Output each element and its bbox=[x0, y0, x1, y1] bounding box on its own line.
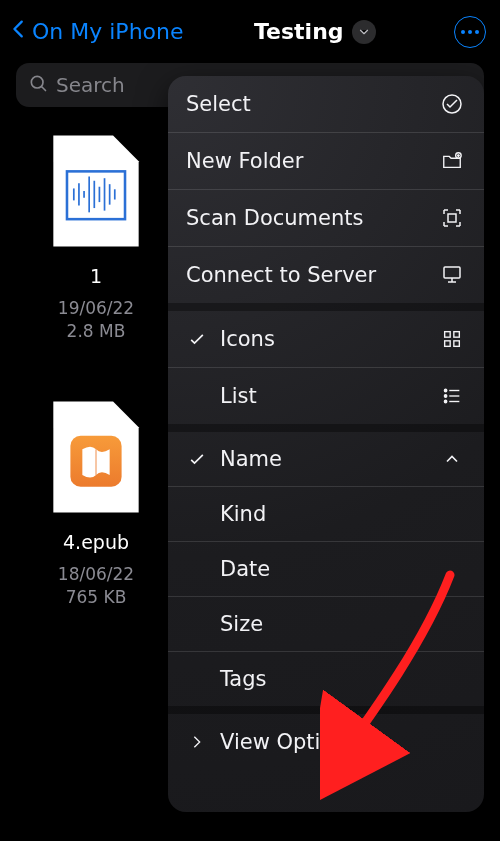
more-button[interactable] bbox=[454, 16, 486, 48]
svg-point-27 bbox=[444, 395, 446, 397]
page-title: Testing bbox=[254, 19, 344, 44]
title-chevron-button[interactable] bbox=[352, 20, 376, 44]
menu-sort-date[interactable]: Date bbox=[168, 542, 484, 597]
menu-sort-name[interactable]: Name bbox=[168, 432, 484, 487]
menu-sort-tags[interactable]: Tags bbox=[168, 652, 484, 706]
svg-rect-22 bbox=[454, 332, 460, 338]
file-name: 4.epub bbox=[63, 531, 129, 553]
back-label: On My iPhone bbox=[32, 19, 184, 44]
file-item[interactable]: 1 19/06/222.8 MB bbox=[16, 127, 176, 343]
search-icon bbox=[28, 73, 48, 98]
file-meta: 19/06/222.8 MB bbox=[58, 297, 134, 343]
file-name: 1 bbox=[90, 265, 102, 287]
menu-sort-kind[interactable]: Kind bbox=[168, 487, 484, 542]
check-icon bbox=[186, 449, 208, 469]
file-thumbnail bbox=[43, 127, 149, 255]
svg-point-29 bbox=[444, 400, 446, 402]
svg-rect-21 bbox=[445, 332, 451, 338]
check-icon bbox=[186, 329, 208, 349]
menu-scan-documents[interactable]: Scan Documents bbox=[168, 190, 484, 247]
file-thumbnail bbox=[43, 393, 149, 521]
file-item[interactable]: 4.epub 18/06/22765 KB bbox=[16, 393, 176, 609]
svg-rect-24 bbox=[454, 341, 460, 347]
grid-icon bbox=[438, 328, 466, 350]
context-menu: Select New Folder Scan Documents Connect… bbox=[168, 76, 484, 812]
menu-view-options[interactable]: View Options bbox=[168, 714, 484, 770]
select-icon bbox=[438, 92, 466, 116]
scan-icon bbox=[438, 206, 466, 230]
chevron-up-icon bbox=[438, 449, 466, 469]
chevron-right-icon bbox=[186, 734, 208, 750]
menu-select[interactable]: Select bbox=[168, 76, 484, 133]
folder-plus-icon bbox=[438, 150, 466, 172]
back-button[interactable]: On My iPhone bbox=[8, 14, 184, 49]
menu-sort-size[interactable]: Size bbox=[168, 597, 484, 652]
svg-point-25 bbox=[444, 389, 446, 391]
menu-layout-icons[interactable]: Icons bbox=[168, 311, 484, 368]
ellipsis-icon bbox=[461, 30, 479, 34]
svg-rect-23 bbox=[445, 341, 451, 347]
server-icon bbox=[438, 263, 466, 287]
svg-rect-18 bbox=[444, 267, 460, 278]
menu-new-folder[interactable]: New Folder bbox=[168, 133, 484, 190]
list-icon bbox=[438, 385, 466, 407]
menu-connect-server[interactable]: Connect to Server bbox=[168, 247, 484, 303]
svg-rect-17 bbox=[448, 214, 456, 222]
chevron-left-icon bbox=[8, 14, 30, 49]
menu-layout-list[interactable]: List bbox=[168, 368, 484, 424]
search-placeholder: Search bbox=[56, 73, 125, 97]
file-meta: 18/06/22765 KB bbox=[58, 563, 134, 609]
